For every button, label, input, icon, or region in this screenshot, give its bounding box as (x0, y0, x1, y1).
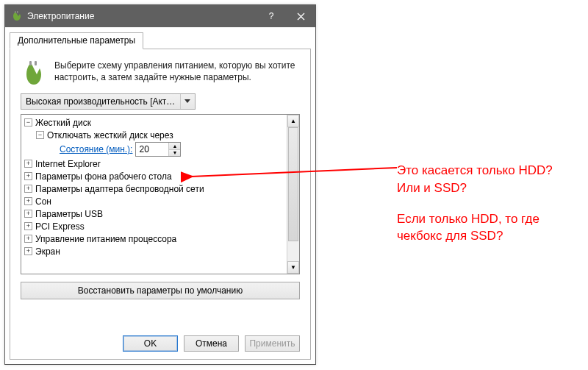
svg-rect-4 (35, 61, 37, 65)
tree-item-cpu[interactable]: + Управление питанием процессора (24, 232, 285, 245)
tree-item-wireless[interactable]: + Параметры адаптера беспроводной сети (24, 182, 285, 195)
intro-block: Выберите схему управления питанием, кото… (21, 60, 300, 86)
spinner-down[interactable]: ▼ (169, 150, 180, 157)
tree-label: Сон (35, 196, 51, 207)
tab-advanced-settings[interactable]: Дополнительные параметры (10, 32, 143, 49)
tree-label: PCI Express (35, 221, 85, 232)
battery-icon (21, 60, 47, 86)
annotation-line: Если только HDD, то где (397, 210, 553, 228)
expand-icon[interactable]: + (24, 172, 32, 180)
expand-icon[interactable]: + (24, 160, 32, 168)
scroll-thumb[interactable] (288, 127, 298, 241)
tree-item-desktop-bg[interactable]: + Параметры фона рабочего стола (24, 170, 285, 182)
tree-label: Жесткий диск (35, 118, 91, 128)
titlebar: Электропитание ? (5, 5, 315, 27)
expand-icon[interactable]: + (24, 210, 32, 218)
tree-item-usb[interactable]: + Параметры USB (24, 207, 285, 220)
dialog-footer: OK Отмена Применить (21, 325, 300, 352)
tree-item-pci[interactable]: + PCI Express (24, 220, 285, 232)
tree-label: Отключать жесткий диск через (47, 130, 173, 140)
spinner-buttons: ▲ ▼ (168, 143, 180, 156)
settings-tree: − Жесткий диск − Отключать жесткий диск … (21, 114, 300, 274)
tree-label: Параметры USB (35, 209, 103, 219)
apply-label: Применить (249, 338, 295, 349)
cancel-label: Отмена (196, 338, 227, 349)
expand-icon[interactable]: + (24, 222, 32, 230)
annotation-line: Это касается только HDD? (397, 162, 553, 179)
chevron-down-icon (180, 94, 193, 109)
svg-rect-1 (17, 11, 18, 13)
power-plan-icon (11, 10, 23, 22)
scroll-down-icon[interactable]: ▼ (287, 261, 299, 274)
tree-item-state: Состояние (мин.): ▲ ▼ (24, 142, 285, 157)
tree-item-turn-off-hdd[interactable]: − Отключать жесткий диск через (24, 129, 285, 141)
tree-label: Internet Explorer (35, 159, 101, 169)
apply-button[interactable]: Применить (245, 335, 300, 352)
svg-rect-3 (29, 61, 32, 65)
power-plan-selected: Высокая производительность [Активен (26, 96, 180, 107)
state-input[interactable] (136, 143, 168, 156)
help-button[interactable]: ? (257, 5, 286, 27)
collapse-icon[interactable]: − (24, 118, 32, 127)
tabstrip: Дополнительные параметры (5, 27, 315, 49)
tree-label: Параметры фона рабочего стола (35, 171, 172, 182)
tree-label: Экран (35, 246, 60, 257)
ok-label: OK (144, 338, 157, 349)
power-options-window: Электропитание ? Дополнительные параметр… (4, 4, 316, 365)
vertical-scrollbar[interactable]: ▲ ▼ (287, 115, 299, 274)
cancel-button[interactable]: Отмена (184, 335, 239, 352)
annotation-text: Это касается только HDD? Или и SSD? Если… (397, 162, 553, 258)
annotation-line: Или и SSD? (397, 179, 553, 197)
tree-label: Параметры адаптера беспроводной сети (35, 184, 204, 194)
tree-item-hard-disk[interactable]: − Жесткий диск (24, 116, 285, 129)
restore-defaults-button[interactable]: Восстановить параметры по умолчанию (21, 282, 300, 299)
close-button[interactable] (286, 5, 315, 27)
scroll-up-icon[interactable]: ▲ (287, 115, 299, 127)
expand-icon[interactable]: + (24, 197, 32, 205)
tree-item-display[interactable]: + Экран (24, 245, 285, 257)
tree-scroll-area[interactable]: − Жесткий диск − Отключать жесткий диск … (21, 115, 287, 274)
annotation-line: чекбокс для SSD? (397, 227, 553, 245)
svg-text:?: ? (269, 12, 274, 21)
state-label[interactable]: Состояние (мин.): (60, 144, 132, 154)
expand-icon[interactable]: + (24, 235, 32, 243)
window-title: Электропитание (27, 11, 257, 21)
scroll-track[interactable] (287, 127, 299, 261)
tree-label: Управление питанием процессора (35, 234, 176, 244)
collapse-icon[interactable]: − (36, 131, 44, 139)
intro-text: Выберите схему управления питанием, кото… (54, 60, 300, 86)
tab-panel: Выберите схему управления питанием, кото… (10, 49, 311, 360)
power-plan-dropdown[interactable]: Высокая производительность [Активен (21, 93, 196, 110)
expand-icon[interactable]: + (24, 247, 32, 255)
svg-rect-0 (15, 11, 16, 13)
state-spinner[interactable]: ▲ ▼ (135, 142, 181, 157)
tree-item-ie[interactable]: + Internet Explorer (24, 157, 285, 170)
spinner-up[interactable]: ▲ (169, 143, 180, 150)
restore-defaults-label: Восстановить параметры по умолчанию (78, 285, 243, 296)
expand-icon[interactable]: + (24, 185, 32, 193)
tree-item-sleep[interactable]: + Сон (24, 195, 285, 207)
ok-button[interactable]: OK (123, 335, 178, 352)
